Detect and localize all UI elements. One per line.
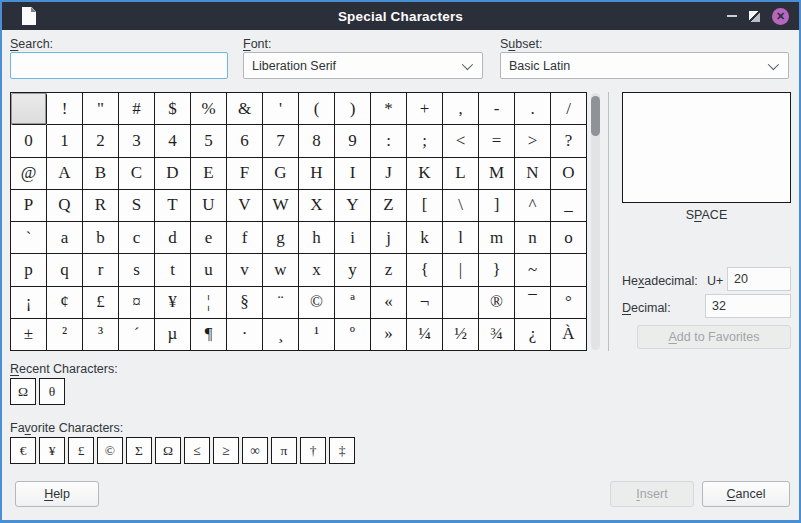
char-cell[interactable]: D [155, 158, 191, 190]
char-cell[interactable]: P [11, 190, 47, 222]
char-cell[interactable]: ] [479, 190, 515, 222]
char-cell[interactable]: ª [335, 287, 371, 319]
favorite-char-cell[interactable]: £ [68, 437, 94, 464]
char-cell[interactable]: f [227, 222, 263, 254]
favorite-char-cell[interactable]: π [271, 437, 297, 464]
char-cell[interactable]: 5 [191, 125, 227, 157]
char-cell[interactable] [443, 287, 479, 319]
char-cell[interactable]: L [443, 158, 479, 190]
scrollbar-thumb[interactable] [591, 96, 600, 136]
char-cell[interactable]: ´ [119, 319, 155, 351]
char-cell[interactable]: } [479, 254, 515, 286]
char-cell[interactable]: I [335, 158, 371, 190]
char-cell[interactable]: G [263, 158, 299, 190]
char-cell[interactable]: ( [299, 93, 335, 125]
char-cell[interactable]: x [299, 254, 335, 286]
char-cell[interactable]: W [263, 190, 299, 222]
char-cell[interactable]: ; [407, 125, 443, 157]
char-cell[interactable]: ) [335, 93, 371, 125]
char-cell[interactable]: u [191, 254, 227, 286]
char-cell[interactable]: ! [47, 93, 83, 125]
char-cell[interactable]: " [83, 93, 119, 125]
char-cell[interactable]: - [479, 93, 515, 125]
char-cell[interactable]: < [443, 125, 479, 157]
char-cell[interactable]: ¼ [407, 319, 443, 351]
char-cell[interactable]: 9 [335, 125, 371, 157]
char-cell[interactable]: T [155, 190, 191, 222]
char-cell[interactable]: ` [11, 222, 47, 254]
char-cell[interactable]: U [191, 190, 227, 222]
char-cell[interactable]: t [155, 254, 191, 286]
char-cell[interactable]: ¶ [191, 319, 227, 351]
char-cell[interactable]: r [83, 254, 119, 286]
recent-char-cell[interactable]: θ [39, 378, 65, 405]
char-cell[interactable]: ' [263, 93, 299, 125]
char-cell[interactable]: S [119, 190, 155, 222]
cancel-button[interactable]: Cancel [702, 481, 790, 507]
favorite-char-cell[interactable]: ‡ [329, 437, 355, 464]
char-cell[interactable]: + [407, 93, 443, 125]
char-cell[interactable]: \ [443, 190, 479, 222]
char-cell[interactable]: 0 [11, 125, 47, 157]
char-cell[interactable]: ® [479, 287, 515, 319]
char-cell[interactable]: H [299, 158, 335, 190]
favorite-char-cell[interactable]: © [97, 437, 123, 464]
char-cell[interactable]: X [299, 190, 335, 222]
favorite-char-cell[interactable]: Ω [155, 437, 181, 464]
char-cell[interactable]: e [191, 222, 227, 254]
char-cell[interactable]: b [83, 222, 119, 254]
char-cell[interactable]: c [119, 222, 155, 254]
char-cell[interactable]: @ [11, 158, 47, 190]
grid-scrollbar[interactable] [591, 93, 600, 350]
char-cell[interactable]: * [371, 93, 407, 125]
char-cell[interactable]: ¢ [47, 287, 83, 319]
char-cell[interactable]: o [551, 222, 587, 254]
subset-select[interactable]: Basic Latin [500, 52, 789, 79]
char-cell[interactable]: ¸ [263, 319, 299, 351]
char-cell[interactable]: ^ [515, 190, 551, 222]
char-cell[interactable]: w [263, 254, 299, 286]
char-cell[interactable]: 2 [83, 125, 119, 157]
char-cell[interactable]: k [407, 222, 443, 254]
char-cell[interactable]: s [119, 254, 155, 286]
add-to-favorites-button[interactable]: Add to Favorites [637, 325, 791, 349]
char-cell[interactable]: µ [155, 319, 191, 351]
char-cell[interactable]: d [155, 222, 191, 254]
char-cell[interactable]: g [263, 222, 299, 254]
close-icon[interactable]: ✕ [772, 8, 789, 25]
char-cell[interactable]: ± [11, 319, 47, 351]
char-cell[interactable] [551, 254, 587, 286]
char-cell[interactable]: M [479, 158, 515, 190]
char-cell[interactable]: V [227, 190, 263, 222]
char-cell[interactable]: % [191, 93, 227, 125]
favorite-char-cell[interactable]: ¥ [39, 437, 65, 464]
char-cell[interactable]: v [227, 254, 263, 286]
char-cell[interactable]: ¦ [191, 287, 227, 319]
search-input[interactable] [10, 52, 228, 79]
minimize-icon[interactable] [727, 15, 737, 17]
char-cell[interactable]: R [83, 190, 119, 222]
char-cell[interactable]: # [119, 93, 155, 125]
recent-char-cell[interactable]: Ω [10, 378, 36, 405]
char-cell[interactable]: A [47, 158, 83, 190]
char-cell[interactable]: 4 [155, 125, 191, 157]
char-cell[interactable]: § [227, 287, 263, 319]
char-cell[interactable]: = [479, 125, 515, 157]
char-cell[interactable]: B [83, 158, 119, 190]
char-cell[interactable]: p [11, 254, 47, 286]
char-cell[interactable]: Z [371, 190, 407, 222]
char-cell[interactable]: z [371, 254, 407, 286]
char-cell[interactable]: © [299, 287, 335, 319]
favorite-char-cell[interactable]: ∞ [242, 437, 268, 464]
favorite-char-cell[interactable]: ≤ [184, 437, 210, 464]
char-cell[interactable]: ¡ [11, 287, 47, 319]
char-cell[interactable]: ¹ [299, 319, 335, 351]
char-cell[interactable]: À [551, 319, 587, 351]
char-cell[interactable]: | [443, 254, 479, 286]
char-cell[interactable]: a [47, 222, 83, 254]
char-cell[interactable]: Y [335, 190, 371, 222]
char-cell[interactable]: · [227, 319, 263, 351]
char-cell[interactable]: N [515, 158, 551, 190]
char-cell[interactable]: ¤ [119, 287, 155, 319]
favorite-char-cell[interactable]: Σ [126, 437, 152, 464]
